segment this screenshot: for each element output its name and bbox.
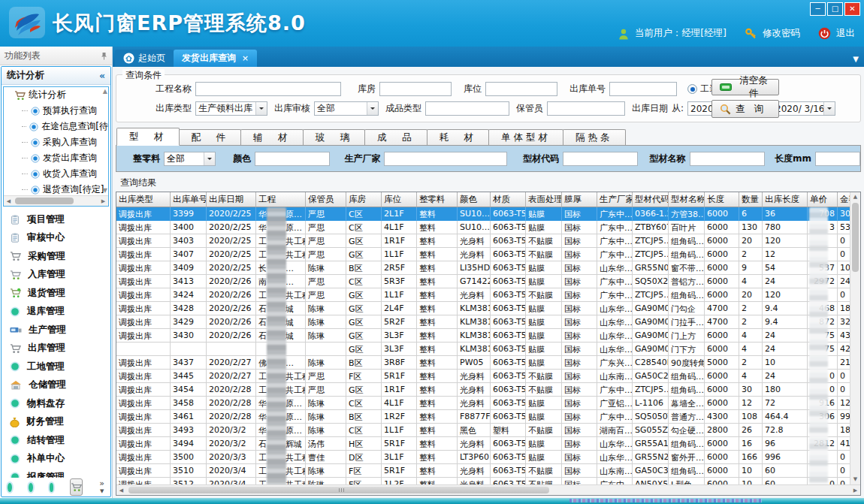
material-tab-2[interactable]: 辅 材	[240, 129, 304, 146]
table-row-1[interactable]: 调拨出库34002020/2/25华原…严思C区4L1F整料SU10…6063-…	[116, 221, 850, 234]
column-header-16[interactable]: 数量	[739, 192, 763, 207]
tab-shipment-outbound-query[interactable]: 发货出库查询 ×	[174, 50, 257, 67]
column-header-17[interactable]: 出库长度	[763, 192, 808, 207]
logout-link[interactable]: 退出	[836, 27, 855, 40]
tree-scroll-down-icon[interactable]: ▼	[103, 188, 107, 194]
tree-item-0[interactable]: 预算执行查询	[4, 103, 108, 119]
table-row-0[interactable]: 调拨出库33992020/2/25华原…严思C区2L1F整料SU10…6063-…	[116, 207, 850, 221]
vscroll-thumb[interactable]	[852, 203, 859, 272]
table-row-7[interactable]: 调拨出库34282020/2/26石城陈琳G区2L4F整料KLM38176063…	[116, 302, 850, 315]
table-row-8[interactable]: 调拨出库34292020/2/26石城陈琳G区5R2F整料KLM38176063…	[116, 315, 850, 329]
table-row-2[interactable]: 调拨出库34032020/2/25工共工程严思G区1R1F整料光身料6063-T…	[116, 234, 850, 248]
warehouse-input[interactable]	[379, 82, 452, 96]
column-header-2[interactable]: 出库日期	[207, 192, 256, 207]
scroll-down-icon[interactable]: ▼	[853, 475, 857, 484]
material-tab-1[interactable]: 配 件	[179, 129, 242, 146]
column-header-4[interactable]: 保管员	[306, 192, 346, 207]
table-row-3[interactable]: 调拨出库34072020/2/25工共工程严思G区1L1F整料光身料6063-T…	[116, 248, 850, 261]
pin-icon[interactable]	[101, 52, 107, 60]
search-button[interactable]: 查 询	[711, 100, 779, 118]
column-header-19[interactable]: 金额	[838, 192, 850, 207]
color-input[interactable]	[255, 152, 330, 166]
column-header-10[interactable]: 表面处理	[526, 192, 562, 207]
clear-conditions-button[interactable]: 清空条件	[711, 79, 779, 95]
column-header-12[interactable]: 生产厂家	[597, 192, 633, 207]
column-header-8[interactable]: 颜色	[458, 192, 491, 207]
location-input[interactable]	[485, 82, 557, 96]
column-header-6[interactable]: 库位	[382, 192, 417, 207]
scroll-right-icon[interactable]: ▶	[98, 198, 108, 204]
column-header-18[interactable]: 单价	[808, 192, 838, 207]
hscroll-thumb[interactable]	[128, 487, 549, 493]
column-header-11[interactable]: 膜厚	[562, 192, 597, 207]
table-row-6[interactable]: 调拨出库34242020/2/26工共工程严思G区1L1F整料光身料6063-T…	[116, 288, 850, 302]
material-tab-7[interactable]: 隔热条	[563, 129, 626, 146]
table-row-12[interactable]: 调拨出库34452020/2/27工共工程严思F区5R1F整料光身料6063-T…	[116, 370, 850, 383]
tab-close-icon[interactable]: ×	[242, 53, 249, 63]
table-row-4[interactable]: 调拨出库34092020/2/25长…陈琳B区2R5F整料LI35HD6063-…	[116, 261, 850, 275]
sidebar-item-3[interactable]: 入库管理	[2, 266, 110, 285]
material-tab-4[interactable]: 成 品	[364, 129, 427, 146]
tree-scroll-up-icon[interactable]: ▲	[103, 89, 107, 95]
table-row-16[interactable]: 调拨出库34932020/3/2华原…陈琳C区1L1F整料黑色塑料不贴膜国标湖南…	[116, 424, 850, 437]
scroll-up-icon[interactable]: ▲	[853, 192, 857, 202]
tree-item-1[interactable]: 在途信息查询[待	[4, 119, 108, 134]
tree-hscrollbar[interactable]: ◀ ▶	[4, 195, 108, 206]
factory-input[interactable]	[384, 152, 507, 166]
project-name-input[interactable]	[195, 82, 341, 96]
sidebar-item-13[interactable]: 补单中心	[2, 450, 110, 469]
tree-item-2[interactable]: 采购入库查询	[4, 134, 108, 150]
column-header-0[interactable]: 出库类型	[116, 192, 171, 207]
sidebar-item-2[interactable]: 采购管理	[2, 247, 110, 266]
table-row-13[interactable]: 调拨出库34542020/2/28工共工程严思G区1R1F整料光身料6063-T…	[116, 383, 850, 397]
sidebar-item-11[interactable]: 财务管理	[2, 413, 110, 432]
sidebar-item-4[interactable]: 退货管理	[2, 284, 110, 303]
material-tab-5[interactable]: 耗 材	[427, 129, 490, 146]
column-header-5[interactable]: 库房	[346, 192, 382, 207]
keeper-input[interactable]	[547, 101, 625, 116]
outbound-type-select[interactable]: 生产领料出库	[195, 101, 267, 116]
table-row-20[interactable]: 调拨出库35122020/3/4工共工程陈琳F区1L2F整料光身料6063-T5…	[116, 478, 850, 484]
maximize-button[interactable]: □	[827, 2, 843, 16]
tree-root-statistics[interactable]: 统计分析	[4, 87, 108, 103]
material-tab-3[interactable]: 玻 璃	[303, 129, 366, 146]
tree-item-3[interactable]: 发货出库查询	[4, 150, 108, 166]
scroll-left-icon[interactable]: ◀	[4, 198, 14, 204]
sidebar-item-9[interactable]: 仓储管理	[2, 376, 110, 395]
tabstrip-dropdown-icon[interactable]: ▼	[853, 55, 859, 63]
column-header-1[interactable]: 出库单号	[171, 192, 207, 207]
tree-hscroll-thumb[interactable]	[15, 198, 74, 204]
column-header-14[interactable]: 型材名称	[669, 192, 705, 207]
vertical-scrollbar[interactable]: ▲ ▼	[850, 192, 860, 484]
green-dot-icon[interactable]	[50, 483, 54, 492]
table-row-19[interactable]: 调拨出库35102020/3/4工共工程陈琳F区5R1F整料光身料6063-T5…	[116, 464, 850, 478]
table-row-14[interactable]: 调拨出库34582020/2/28华原…陈琳C区4L1F整料光身料6063-T5…	[116, 397, 850, 410]
sidebar-item-1[interactable]: 审核中心	[2, 229, 110, 248]
cart-toolbar-button[interactable]	[70, 478, 83, 496]
sidebar-item-6[interactable]: 生产管理	[2, 321, 110, 340]
table-row-9[interactable]: 调拨出库34302020/2/26石城陈琳G区3L3F整料KLM38176063…	[116, 329, 850, 343]
scroll-right-icon[interactable]: ▶	[850, 487, 860, 493]
sidebar-item-0[interactable]: 项目管理	[2, 210, 110, 229]
product-type-input[interactable]	[425, 101, 509, 116]
table-row-5[interactable]: 调拨出库34132020/2/26南…严思C区5R3F整料G714226063-…	[116, 275, 850, 288]
profile-code-input[interactable]	[563, 152, 638, 166]
order-no-input[interactable]	[609, 82, 677, 96]
column-header-9[interactable]: 材质	[491, 192, 526, 207]
material-tab-6[interactable]: 单体型材	[488, 129, 563, 146]
tree-item-4[interactable]: 收货入库查询	[4, 166, 108, 182]
sidebar-item-7[interactable]: 出库管理	[2, 340, 110, 358]
table-row-11[interactable]: 调拨出库34372020/2/27佛…陈琳B区3R8F整料PW056063-T5…	[116, 356, 850, 370]
audit-select[interactable]: 全部	[314, 101, 379, 116]
close-button[interactable]: ✕	[844, 2, 860, 16]
column-header-3[interactable]: 工程	[256, 192, 306, 207]
material-tab-0[interactable]: 型 材	[116, 128, 180, 146]
sidebar-item-12[interactable]: 结转管理	[2, 431, 110, 450]
sidebar-item-5[interactable]: 退库管理	[2, 303, 110, 321]
minimize-button[interactable]: ─	[810, 2, 826, 16]
sidebar-item-10[interactable]: 物料盘存	[2, 394, 110, 413]
sidebar-item-14[interactable]: 报废管理	[2, 468, 110, 478]
length-input[interactable]	[815, 152, 860, 166]
column-header-15[interactable]: 长度	[705, 192, 739, 207]
sidebar-item-8[interactable]: 工地管理	[2, 358, 110, 376]
